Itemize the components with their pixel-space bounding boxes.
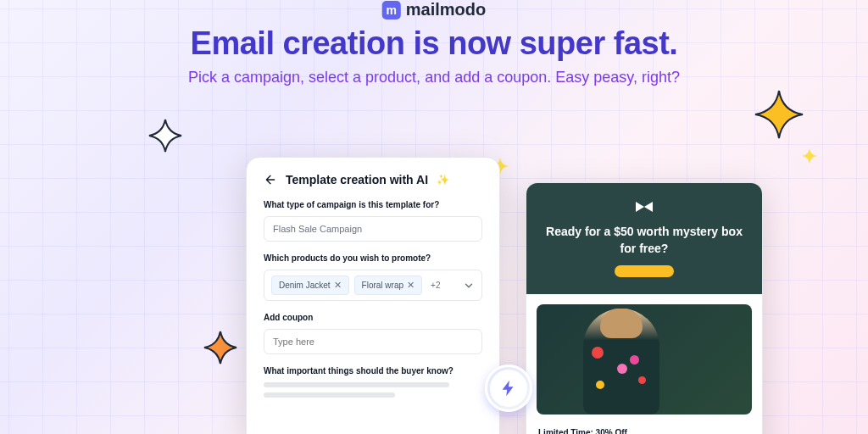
form-panel-title: Template creation with AI [286, 173, 428, 186]
sparkle-decoration-icon [203, 331, 237, 364]
preview-hero-title: Ready for a $50 worth mystery box for fr… [543, 224, 745, 257]
page-headline: Email creation is now super fast. [0, 25, 868, 62]
remove-chip-icon[interactable]: ✕ [334, 280, 342, 291]
buyer-info-label: What important things should the buyer k… [264, 366, 482, 376]
chevron-down-icon[interactable] [463, 280, 475, 292]
sparkle-decoration-icon [754, 89, 804, 140]
preview-product-image [537, 304, 752, 415]
coupon-input[interactable] [264, 329, 482, 354]
preview-promo-label: Limited Time: 30% Off [538, 428, 750, 434]
logo-text: mailmodo [406, 0, 486, 19]
email-preview-panel: Ready for a $50 worth mystery box for fr… [526, 182, 763, 434]
bowtie-logo-icon [636, 202, 653, 212]
coupon-label: Add coupon [264, 313, 482, 322]
logo-mark-icon: m [382, 1, 401, 19]
skeleton-placeholder [264, 392, 395, 398]
more-chips-badge: +2 [427, 279, 443, 292]
products-select[interactable]: Denim Jacket✕ Floral wrap✕ +2 [264, 270, 482, 301]
skeleton-placeholder [264, 382, 449, 387]
product-chip[interactable]: Floral wrap✕ [354, 275, 422, 295]
product-chip[interactable]: Denim Jacket✕ [271, 275, 349, 295]
ai-sparkle-icon: ✨ [437, 174, 449, 186]
brand-logo: m mailmodo [382, 0, 486, 19]
sparkle-decoration-icon [148, 119, 182, 153]
back-arrow-icon[interactable] [264, 173, 277, 186]
campaign-type-label: What type of campaign is this template f… [264, 200, 482, 209]
template-creation-form: Template creation with AI ✨ What type of… [246, 157, 500, 434]
preview-cta-button[interactable] [615, 265, 674, 277]
amp-lightning-badge-icon [485, 364, 532, 412]
page-subheadline: Pick a campaign, select a product, and a… [0, 69, 868, 86]
sparkle-decoration-icon [802, 148, 817, 164]
products-label: Which products do you wish to promote? [264, 253, 482, 263]
remove-chip-icon[interactable]: ✕ [407, 280, 415, 291]
campaign-type-input[interactable]: Flash Sale Campaign [264, 216, 482, 242]
